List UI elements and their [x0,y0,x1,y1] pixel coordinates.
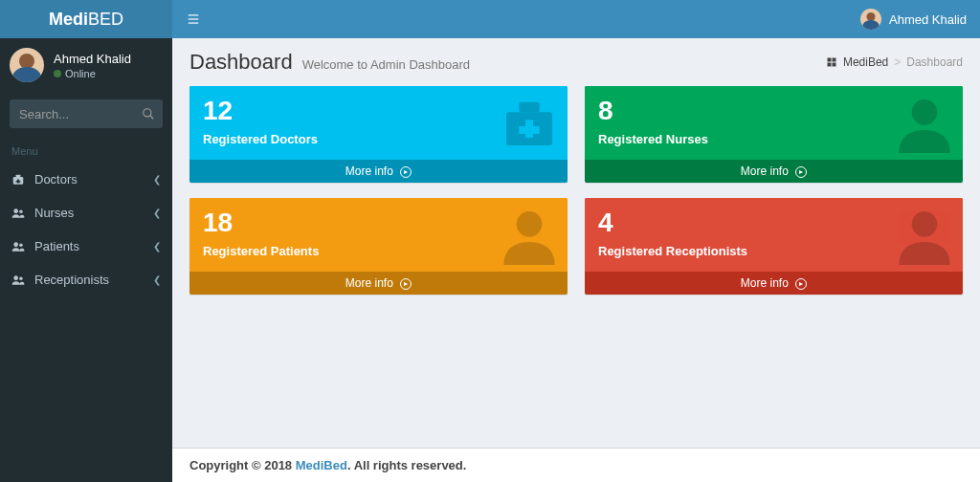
breadcrumb-current: Dashboard [906,55,963,69]
breadcrumb: MediBed > Dashboard [826,55,963,69]
hamburger-icon [186,12,201,26]
topbar-user-menu[interactable]: Ahmed Khalid [860,9,967,30]
svg-rect-18 [832,63,835,67]
content: 12 Registered Doctors More info ▸ 8 [172,86,980,448]
sidebar-item-nurses[interactable]: Nurses ❮ [0,196,172,230]
svg-rect-16 [832,58,835,62]
sidebar-user-status: Online [54,68,131,79]
sidebar-item-label: Patients [34,239,79,253]
avatar [860,9,881,30]
content-header: Dashboard Welcome to Admin Dashboard Med… [172,38,980,86]
topbar-user-name: Ahmed Khalid [889,12,967,27]
svg-rect-17 [827,63,831,67]
sidebar-toggle[interactable] [186,12,201,26]
svg-line-1 [150,116,154,120]
main-area: Ahmed Khalid Dashboard Welcome to Admin … [172,0,980,482]
svg-point-11 [19,276,23,280]
sidebar-item-label: Doctors [34,172,78,186]
person-icon [894,92,955,153]
chevron-left-icon: ❮ [153,208,161,218]
footer-copyright: Copyright © 2018 [189,458,296,472]
sidebar-item-label: Nurses [34,206,74,220]
arrow-right-circle-icon: ▸ [795,278,807,290]
more-info-label: More info [345,276,393,290]
svg-rect-3 [16,174,21,176]
chevron-left-icon: ❮ [153,241,161,252]
dashboard-icon [826,56,837,68]
page-title: Dashboard [189,50,293,75]
topbar: Ahmed Khalid [172,0,980,38]
svg-point-25 [912,211,938,237]
footer: Copyright © 2018 MediBed. All rights res… [172,448,980,482]
sidebar-user-panel: Ahmed Khalid Online [0,38,172,92]
sidebar-search [10,99,163,128]
arrow-right-circle-icon: ▸ [400,166,412,178]
status-dot-icon [54,70,61,77]
svg-point-7 [19,209,23,213]
breadcrumb-root[interactable]: MediBed [843,55,888,69]
sidebar-item-doctors[interactable]: Doctors ❮ [0,163,172,196]
avatar [10,48,44,82]
brand-part1: Medi [49,10,88,29]
svg-rect-15 [827,58,831,62]
svg-point-0 [144,109,151,117]
brand-logo[interactable]: MediBED [0,0,172,38]
svg-rect-20 [519,102,539,113]
svg-point-10 [13,275,18,280]
footer-brand-link[interactable]: MediBed [296,458,347,472]
search-button[interactable] [134,99,163,128]
card-patients: 18 Registered Patients More info ▸ [189,198,568,295]
users-icon [11,274,25,287]
svg-point-9 [19,243,23,247]
card-nurses: 8 Registered Nurses More info ▸ [585,86,963,183]
sidebar: MediBED Ahmed Khalid Online Menu [0,0,172,482]
medkit-icon [11,173,25,186]
sidebar-item-receptionists[interactable]: Receptionists ❮ [0,263,172,296]
card-receptionists: 4 Registered Receptionists More info ▸ [585,198,963,295]
status-text: Online [65,68,96,79]
svg-point-6 [13,208,18,213]
arrow-right-circle-icon: ▸ [400,278,412,290]
more-info-label: More info [345,164,393,178]
menu-header: Menu [0,136,172,163]
svg-rect-22 [519,126,539,134]
svg-point-23 [912,99,938,125]
arrow-right-circle-icon: ▸ [795,166,807,178]
person-icon [894,204,955,265]
footer-suffix: . All rights reserved. [347,458,467,472]
chevron-left-icon: ❮ [153,174,161,185]
card-patients-more-link[interactable]: More info ▸ [189,272,568,295]
card-doctors-more-link[interactable]: More info ▸ [189,160,568,183]
search-icon [142,107,155,120]
svg-point-8 [13,242,18,247]
card-receptionists-more-link[interactable]: More info ▸ [585,272,963,295]
page-subtitle: Welcome to Admin Dashboard [302,57,470,72]
users-icon [11,240,25,253]
users-icon [11,207,25,220]
medkit-icon [499,92,560,153]
more-info-label: More info [741,276,789,290]
person-icon [499,204,560,265]
sidebar-user-info: Ahmed Khalid Online [54,52,131,79]
breadcrumb-separator: > [894,55,901,69]
svg-point-24 [517,211,543,237]
sidebar-item-label: Receptionists [34,273,109,287]
more-info-label: More info [741,164,789,178]
card-nurses-more-link[interactable]: More info ▸ [585,160,963,183]
svg-rect-5 [16,180,21,182]
sidebar-item-patients[interactable]: Patients ❮ [0,230,172,263]
chevron-left-icon: ❮ [153,274,161,285]
brand-part2: BED [88,10,123,29]
card-doctors: 12 Registered Doctors More info ▸ [189,86,568,183]
sidebar-user-name: Ahmed Khalid [54,52,131,66]
